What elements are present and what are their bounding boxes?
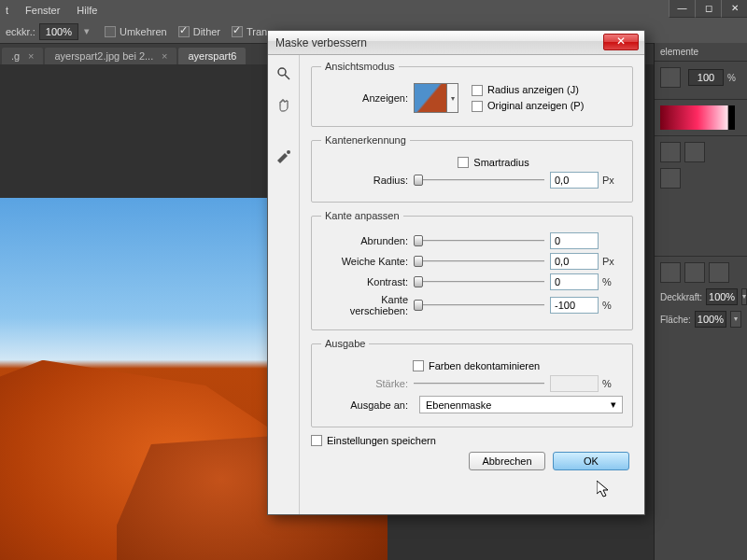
amount-slider — [414, 375, 544, 392]
fill-label: Fläche: — [660, 315, 691, 325]
feather-input[interactable] — [550, 253, 599, 270]
percent-label: % — [727, 73, 736, 83]
remember-settings-checkbox[interactable] — [311, 435, 322, 446]
feather-slider[interactable] — [414, 253, 544, 270]
edge-detection-fieldset: Kantenerkennung Smartradius Radius: Px — [311, 134, 633, 203]
opacity-label: Deckkraft: — [660, 292, 702, 302]
menu-item[interactable]: t — [6, 5, 8, 16]
opacity-value[interactable]: 100% — [706, 288, 738, 305]
refine-mask-dialog: Maske verbessern ✕ Ansichtsmodus Anzeige… — [267, 30, 645, 515]
dither-checkbox[interactable] — [178, 26, 190, 37]
amount-input — [550, 375, 599, 392]
contrast-label: Kontrast: — [321, 276, 408, 287]
adjust-edge-legend: Kante anpassen — [321, 210, 403, 221]
dropdown-icon[interactable]: ▾ — [730, 311, 741, 328]
opacity-label: eckkr.: — [6, 26, 35, 37]
shift-edge-input[interactable] — [550, 297, 599, 314]
view-label: Anzeigen: — [321, 92, 408, 104]
brush-icon[interactable] — [275, 148, 292, 163]
tab-label: ayerspart6 — [188, 50, 236, 62]
smooth-label: Abrunden: — [321, 235, 408, 246]
dropdown-icon: ▾ — [611, 399, 616, 411]
output-to-select[interactable]: Ebenenmaske ▾ — [419, 396, 623, 413]
edge-detection-legend: Kantenerkennung — [321, 134, 410, 146]
unit-label: % — [602, 378, 623, 389]
show-radius-checkbox[interactable] — [472, 85, 483, 96]
panel-icon[interactable] — [684, 142, 705, 162]
panel-icon[interactable] — [660, 142, 681, 162]
tab-1[interactable]: .g × — [2, 48, 43, 64]
color-swatch[interactable] — [660, 105, 735, 130]
contrast-input[interactable] — [550, 273, 599, 290]
dialog-titlebar[interactable]: Maske verbessern ✕ — [268, 31, 644, 55]
panel-icon[interactable] — [709, 262, 729, 283]
feather-label: Weiche Kante: — [321, 256, 408, 267]
panel-icon[interactable] — [660, 67, 681, 88]
dialog-tool-column — [268, 55, 300, 514]
value-box[interactable]: 100 — [688, 69, 724, 86]
zoom-icon[interactable] — [276, 66, 291, 81]
decontaminate-label: Farben dekontaminieren — [429, 360, 540, 371]
unit-label: Px — [602, 256, 623, 267]
output-fieldset: Ausgabe Farben dekontaminieren Stärke: %… — [311, 338, 633, 427]
panel-icon[interactable] — [684, 262, 705, 283]
decontaminate-checkbox[interactable] — [413, 360, 424, 371]
window-controls: — ◻ ✕ — [669, 0, 747, 18]
menu-item[interactable]: Hilfe — [77, 5, 97, 16]
smartradius-checkbox[interactable] — [458, 157, 469, 168]
tab-3[interactable]: ayerspart6 — [178, 48, 246, 64]
dialog-close-button[interactable]: ✕ — [603, 34, 639, 50]
invert-checkbox[interactable] — [105, 26, 116, 37]
radius-input[interactable] — [550, 172, 599, 189]
radius-slider[interactable] — [414, 172, 544, 189]
adjust-edge-fieldset: Kante anpassen Abrunden: Weiche Kante: P… — [311, 210, 633, 330]
menu-item[interactable]: Fenster — [25, 5, 60, 16]
cancel-button[interactable]: Abbrechen — [469, 452, 545, 470]
radius-label: Radius: — [321, 175, 408, 186]
shift-edge-slider[interactable] — [414, 297, 544, 314]
contrast-slider[interactable] — [414, 273, 544, 290]
smooth-input[interactable] — [550, 232, 599, 249]
remember-settings-label: Einstellungen speichern — [327, 435, 436, 446]
hand-icon[interactable] — [276, 98, 291, 113]
dropdown-icon[interactable]: ▾ — [741, 288, 747, 305]
shift-edge-label: Kante verschieben: — [321, 294, 408, 316]
unit-label: % — [602, 300, 623, 311]
maximize-button[interactable]: ◻ — [695, 0, 721, 18]
unit-label: % — [602, 276, 623, 287]
panel-icon[interactable] — [660, 168, 681, 189]
view-mode-legend: Ansichtsmodus — [321, 61, 399, 72]
smartradius-label: Smartradius — [473, 157, 529, 168]
unit-label: Px — [602, 175, 623, 186]
svg-line-1 — [285, 75, 289, 79]
dropdown-icon[interactable]: ▾ — [84, 25, 90, 37]
show-original-label: Original anzeigen (P) — [487, 100, 584, 111]
amount-label: Stärke: — [321, 378, 408, 389]
trans-checkbox[interactable] — [232, 26, 243, 37]
view-mode-fieldset: Ansichtsmodus Anzeigen: ▾ Radius anzeige… — [311, 61, 633, 127]
show-radius-label: Radius anzeigen (J) — [487, 84, 579, 95]
close-icon[interactable]: × — [162, 50, 167, 62]
view-thumbnail[interactable] — [414, 83, 447, 113]
opacity-value[interactable]: 100% — [39, 23, 78, 40]
panel-icon[interactable] — [660, 262, 681, 283]
dropdown-icon[interactable]: ▾ — [447, 83, 458, 113]
output-to-value: Ebenenmaske — [426, 399, 491, 411]
tab-2[interactable]: ayerspart2.jpg bei 2... × — [45, 48, 176, 64]
close-button[interactable]: ✕ — [721, 0, 747, 18]
trans-label: Tran — [247, 26, 267, 37]
panel-header: elemente — [655, 43, 747, 61]
tab-label: ayerspart2.jpg bei 2... — [54, 50, 153, 62]
dither-label: Dither — [193, 26, 220, 37]
minimize-button[interactable]: — — [669, 0, 695, 18]
svg-point-2 — [287, 150, 290, 154]
ok-button[interactable]: OK — [553, 452, 629, 470]
show-original-checkbox[interactable] — [472, 101, 483, 112]
svg-point-0 — [278, 68, 286, 76]
tab-label: .g — [11, 50, 20, 62]
close-icon[interactable]: × — [28, 50, 34, 62]
fill-value[interactable]: 100% — [695, 311, 726, 328]
invert-label: Umkehren — [120, 26, 167, 37]
output-to-label: Ausgabe an: — [321, 399, 408, 411]
smooth-slider[interactable] — [414, 232, 544, 249]
